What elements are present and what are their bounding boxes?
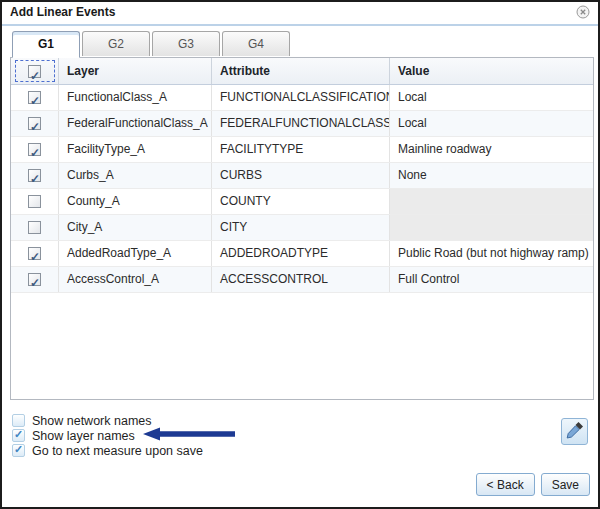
table-row[interactable]: FunctionalClass_A FUNCTIONALCLASSIFICATI… bbox=[11, 85, 593, 111]
attribute-cell: CITY bbox=[212, 215, 390, 240]
options-section: Show network names Show layer names Go t… bbox=[12, 413, 236, 458]
option-label: Show layer names bbox=[32, 429, 135, 443]
row-checkbox[interactable] bbox=[28, 247, 41, 260]
layer-cell: County_A bbox=[59, 189, 212, 214]
value-cell bbox=[390, 215, 593, 240]
tab-g2[interactable]: G2 bbox=[82, 31, 150, 56]
table-body: FunctionalClass_A FUNCTIONALCLASSIFICATI… bbox=[11, 85, 593, 293]
layer-cell: Curbs_A bbox=[59, 163, 212, 188]
attribute-cell: COUNTY bbox=[212, 189, 390, 214]
close-icon[interactable] bbox=[576, 5, 590, 19]
save-button[interactable]: Save bbox=[541, 473, 590, 496]
attribute-cell: ADDEDROADTYPE bbox=[212, 241, 390, 266]
value-cell: None bbox=[390, 163, 593, 188]
row-checkbox[interactable] bbox=[28, 195, 41, 208]
row-checkbox[interactable] bbox=[28, 169, 41, 182]
row-checkbox[interactable] bbox=[28, 117, 41, 130]
layer-cell: AccessControl_A bbox=[59, 267, 212, 292]
column-header-value[interactable]: Value bbox=[390, 58, 593, 84]
add-linear-events-dialog: Add Linear Events G1 G2 G3 G4 Layer Attr… bbox=[0, 0, 600, 509]
eyedropper-icon bbox=[565, 421, 584, 443]
show-layer-names-checkbox[interactable] bbox=[12, 429, 25, 442]
show-network-names-checkbox[interactable] bbox=[12, 414, 25, 427]
value-cell: Public Road (but not highway ramp) bbox=[390, 241, 593, 266]
dialog-titlebar: Add Linear Events bbox=[2, 2, 598, 26]
value-cell: Full Control bbox=[390, 267, 593, 292]
table-row[interactable]: County_A COUNTY bbox=[11, 189, 593, 215]
attribute-cell: FEDERALFUNCTIONALCLASS bbox=[212, 111, 390, 136]
eyedropper-button[interactable] bbox=[561, 418, 588, 445]
layer-cell: City_A bbox=[59, 215, 212, 240]
table-row[interactable]: AccessControl_A ACCESSCONTROL Full Contr… bbox=[11, 267, 593, 293]
value-cell: Local bbox=[390, 85, 593, 110]
option-go-to-next-measure: Go to next measure upon save bbox=[12, 443, 236, 458]
annotation-left-arrow-icon bbox=[143, 427, 236, 445]
layer-cell: FederalFunctionalClass_A bbox=[59, 111, 212, 136]
table-row[interactable]: FederalFunctionalClass_A FEDERALFUNCTION… bbox=[11, 111, 593, 137]
value-cell: Local bbox=[390, 111, 593, 136]
row-checkbox[interactable] bbox=[28, 143, 41, 156]
select-all-checkbox[interactable] bbox=[28, 65, 41, 78]
back-button[interactable]: < Back bbox=[476, 473, 535, 496]
attribute-cell: ACCESSCONTROL bbox=[212, 267, 390, 292]
value-cell bbox=[390, 189, 593, 214]
attribute-cell: CURBS bbox=[212, 163, 390, 188]
row-checkbox[interactable] bbox=[28, 91, 41, 104]
layer-cell: FacilityType_A bbox=[59, 137, 212, 162]
layer-cell: FunctionalClass_A bbox=[59, 85, 212, 110]
option-show-layer-names: Show layer names bbox=[12, 428, 236, 443]
footer-buttons: < Back Save bbox=[476, 473, 590, 496]
tab-g4[interactable]: G4 bbox=[222, 31, 290, 56]
table-header: Layer Attribute Value bbox=[11, 58, 593, 85]
table-row[interactable]: Curbs_A CURBS None bbox=[11, 163, 593, 189]
row-checkbox[interactable] bbox=[28, 221, 41, 234]
select-all-header-cell bbox=[11, 58, 59, 84]
option-label: Show network names bbox=[32, 414, 152, 428]
table-row[interactable]: FacilityType_A FACILITYTYPE Mainline roa… bbox=[11, 137, 593, 163]
layer-cell: AddedRoadType_A bbox=[59, 241, 212, 266]
attribute-cell: FUNCTIONALCLASSIFICATION bbox=[212, 85, 390, 110]
column-header-layer[interactable]: Layer bbox=[59, 58, 212, 84]
value-cell: Mainline roadway bbox=[390, 137, 593, 162]
go-to-next-measure-checkbox[interactable] bbox=[12, 444, 25, 457]
option-label: Go to next measure upon save bbox=[32, 444, 203, 458]
row-checkbox[interactable] bbox=[28, 273, 41, 286]
attribute-cell: FACILITYTYPE bbox=[212, 137, 390, 162]
table-row[interactable]: AddedRoadType_A ADDEDROADTYPE Public Roa… bbox=[11, 241, 593, 267]
column-header-attribute[interactable]: Attribute bbox=[212, 58, 390, 84]
tab-g1[interactable]: G1 bbox=[12, 31, 80, 58]
table-row[interactable]: City_A CITY bbox=[11, 215, 593, 241]
tab-strip: G1 G2 G3 G4 bbox=[12, 31, 290, 57]
layers-table: Layer Attribute Value FunctionalClass_A … bbox=[10, 57, 594, 400]
dialog-title: Add Linear Events bbox=[10, 5, 115, 19]
checkbox-focus-ring bbox=[15, 60, 55, 82]
tab-g3[interactable]: G3 bbox=[152, 31, 220, 56]
